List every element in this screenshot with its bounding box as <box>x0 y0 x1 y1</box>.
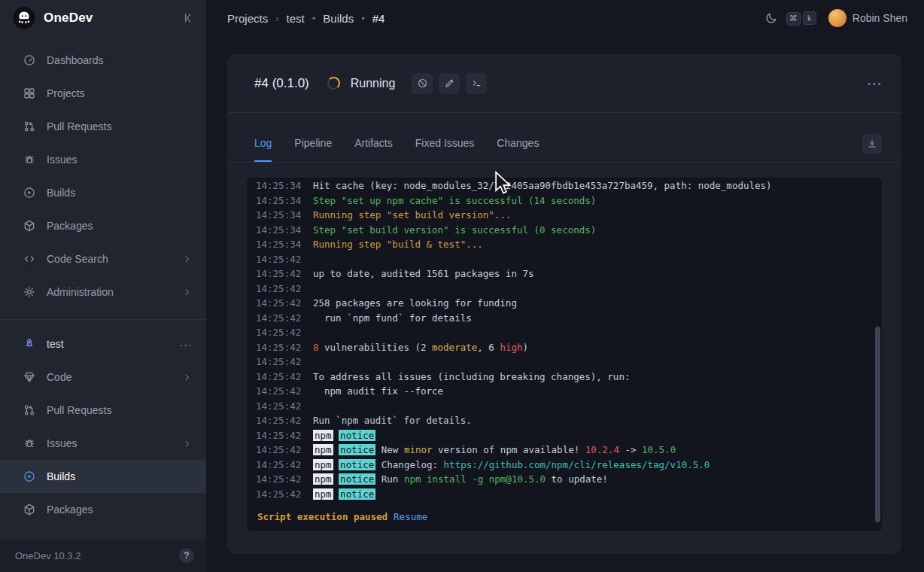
tab-artifacts[interactable]: Artifacts <box>354 137 393 162</box>
sidebar-item-projects[interactable]: Projects <box>0 77 206 110</box>
sidebar-item-label: Builds <box>47 187 75 199</box>
log-timestamp: 14:25:42 <box>256 428 304 443</box>
sidebar-item-label: Pull Requests <box>47 404 111 416</box>
log-line: 14:25:42 <box>256 325 873 340</box>
log-timestamp: 14:25:34 <box>256 178 304 193</box>
dark-mode-toggle-moon-icon[interactable] <box>764 11 778 25</box>
build-status: Running <box>351 77 396 90</box>
sidebar-item-code[interactable]: Code <box>0 361 206 394</box>
more-options-icon[interactable]: ··· <box>179 338 193 351</box>
tab-pipeline[interactable]: Pipeline <box>294 137 332 162</box>
log-line: 14:25:42 <box>256 281 873 297</box>
breadcrumb-separator: • <box>361 13 365 24</box>
sidebar-item-dashboards[interactable]: Dashboards <box>0 44 206 77</box>
log-line: 14:25:42npm notice Changelog: https://gi… <box>256 458 873 473</box>
build-card-header: #4 (0.1.0) Running ⋯ <box>227 54 901 113</box>
topbar-right: ⌘k Robin Shen <box>764 9 907 27</box>
log-message: Hit cache (key: node_modules_32/7c2405aa… <box>313 178 772 193</box>
onedev-logo-icon <box>12 6 36 30</box>
log-message: npm notice Run npm install -g npm@10.5.0… <box>313 472 608 487</box>
keyboard-shortcut-hint: ⌘k <box>784 11 816 26</box>
app-root: OneDev DashboardsProjectsPull RequestsIs… <box>0 0 924 572</box>
running-spinner-icon <box>327 77 340 90</box>
log-line: 14:25:42up to date, audited 1561 package… <box>256 266 873 281</box>
play-icon <box>23 470 36 483</box>
breadcrumb-separator: • <box>312 13 316 24</box>
package-icon <box>23 503 36 516</box>
shortcut-key: k <box>803 11 816 25</box>
sidebar: OneDev DashboardsProjectsPull RequestsIs… <box>0 0 206 572</box>
resume-link[interactable]: Resume <box>394 511 427 522</box>
sidebar-item-label: Issues <box>47 437 77 449</box>
tab-changes[interactable]: Changes <box>497 137 539 162</box>
sidebar-item-pull-requests[interactable]: Pull Requests <box>0 394 206 427</box>
build-more-options-button[interactable]: ⋯ <box>867 76 882 91</box>
build-log-panel[interactable]: 14:25:34Hit cache (key: node_modules_32/… <box>247 178 882 531</box>
chevron-right-icon <box>181 254 193 265</box>
build-actions <box>412 73 487 94</box>
log-timestamp: 14:25:42 <box>256 413 304 428</box>
sidebar-project-nav: test···CodePull RequestsIssuesBuildsPack… <box>0 327 206 526</box>
tab-log[interactable]: Log <box>254 137 272 162</box>
breadcrumb-item--4[interactable]: #4 <box>372 12 385 25</box>
sidebar-item-pull-requests[interactable]: Pull Requests <box>0 110 206 143</box>
sidebar-item-packages[interactable]: Packages <box>0 493 206 526</box>
breadcrumb-item-builds[interactable]: Builds <box>323 12 354 25</box>
play-icon <box>23 186 36 199</box>
sidebar-item-issues[interactable]: Issues <box>0 143 206 176</box>
build-tabs-row: LogPipelineArtifactsFixed IssuesChanges <box>227 113 901 163</box>
cancel-build-button[interactable] <box>412 73 433 94</box>
log-line: 14:25:428 vulnerabilities (2 moderate, 6… <box>256 340 873 355</box>
help-icon[interactable]: ? <box>179 548 194 563</box>
log-timestamp: 14:25:34 <box>256 208 304 223</box>
pull-request-icon <box>23 120 36 133</box>
breadcrumb-item-test[interactable]: test <box>287 12 305 25</box>
sidebar-item-issues[interactable]: Issues <box>0 427 206 460</box>
web-terminal-button[interactable] <box>466 73 487 94</box>
log-message: run `npm fund` for details <box>313 311 472 326</box>
log-line: 14:25:42npm notice <box>256 428 873 443</box>
chevron-right-icon <box>181 287 193 298</box>
rocket-icon <box>23 337 36 351</box>
log-message: npm notice New minor version of npm avai… <box>313 443 676 458</box>
log-timestamp: 14:25:34 <box>256 193 304 208</box>
log-line: 14:25:42npm notice Run npm install -g np… <box>256 472 873 487</box>
sidebar-footer: OneDev 10.3.2 ? <box>0 539 206 572</box>
edit-build-button[interactable] <box>439 73 460 94</box>
app-title: OneDev <box>44 11 93 26</box>
sidebar-main-nav: DashboardsProjectsPull RequestsIssuesBui… <box>0 36 206 309</box>
log-message: npm audit fix --force <box>313 384 443 399</box>
log-timestamp: 14:25:42 <box>256 384 304 399</box>
log-line: 14:25:42 <box>256 252 873 267</box>
build-card: #4 (0.1.0) Running ⋯ LogPipelineArtifact… <box>227 54 901 554</box>
log-scrollbar-thumb[interactable] <box>875 327 880 522</box>
sidebar-item-label: test <box>47 338 64 350</box>
log-line: 14:25:34Running step "set build version"… <box>256 208 873 223</box>
log-timestamp: 14:25:42 <box>256 472 304 487</box>
code-search-icon <box>23 252 36 266</box>
sidebar-item-test[interactable]: test··· <box>0 327 206 361</box>
sidebar-item-code-search[interactable]: Code Search <box>0 242 206 275</box>
sidebar-item-label: Projects <box>47 87 85 99</box>
breadcrumb-item-projects[interactable]: Projects <box>227 12 268 25</box>
download-log-button[interactable] <box>862 134 882 154</box>
log-line: 14:25:42npm notice New minor version of … <box>256 443 873 458</box>
log-line: 14:25:34Step "set build version" is succ… <box>256 223 873 238</box>
log-line: 14:25:42 npm audit fix --force <box>256 384 873 399</box>
collapse-sidebar-button[interactable] <box>181 11 196 26</box>
sidebar-item-packages[interactable]: Packages <box>0 209 206 242</box>
log-line: 14:25:42 run `npm fund` for details <box>256 311 873 326</box>
log-timestamp: 14:25:42 <box>256 399 304 414</box>
tab-fixed-issues[interactable]: Fixed Issues <box>415 137 475 162</box>
user-name[interactable]: Robin Shen <box>853 12 907 24</box>
sidebar-item-administration[interactable]: Administration <box>0 275 206 309</box>
log-line: 14:25:34Running step "build & test"... <box>256 237 873 252</box>
sidebar-item-builds[interactable]: Builds <box>0 460 206 493</box>
sidebar-item-builds[interactable]: Builds <box>0 176 206 209</box>
app-version: OneDev 10.3.2 <box>15 550 81 561</box>
avatar[interactable] <box>828 9 846 27</box>
log-message: up to date, audited 1561 packages in 7s <box>313 266 534 281</box>
log-timestamp: 14:25:42 <box>256 311 304 326</box>
log-message: Running step "set build version"... <box>313 208 511 223</box>
content-area: #4 (0.1.0) Running ⋯ LogPipelineArtifact… <box>206 36 924 572</box>
